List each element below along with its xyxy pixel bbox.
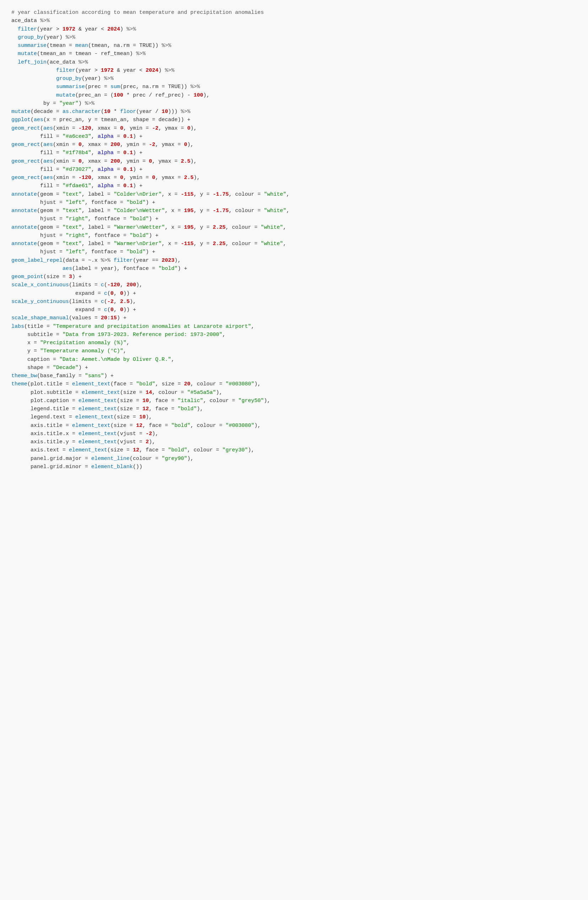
- code-line-2: filter(year > 1972 & year < 2024) %>%: [11, 25, 577, 33]
- code-line-50: axis.title = element_text(size = 12, fac…: [11, 422, 577, 430]
- code-line-11: by = "year") %>%: [11, 99, 577, 108]
- code-line-53: axis.text = element_text(size = 12, face…: [11, 446, 577, 454]
- code-line-23: hjust = "left", fontface = "bold") +: [11, 199, 577, 207]
- code-line-25: hjust = "right", fontface = "bold") +: [11, 215, 577, 223]
- code-line-comment: # year classification according to mean …: [11, 9, 577, 17]
- code-line-38: labs(title = "Temperature and precipitat…: [11, 323, 577, 331]
- code-line-31: aes(label = year), fontface = "bold") +: [11, 265, 577, 273]
- code-line-14: geom_rect(aes(xmin = -120, xmax = 0, ymi…: [11, 124, 577, 132]
- code-line-9: summarise(prec = sum(prec, na.rm = TRUE)…: [11, 83, 577, 91]
- code-line-43: shape = "Decade") +: [11, 364, 577, 372]
- code-line-20: geom_rect(aes(xmin = -120, xmax = 0, ymi…: [11, 174, 577, 182]
- code-line-12: mutate(decade = as.character(10 * floor(…: [11, 108, 577, 116]
- code-line-46: plot.subtitle = element_text(size = 14, …: [11, 389, 577, 397]
- code-line-55: panel.grid.minor = element_blank()): [11, 463, 577, 471]
- code-line-49: legend.text = element_text(size = 10),: [11, 413, 577, 421]
- code-line-32: geom_point(size = 3) +: [11, 273, 577, 281]
- code-line-22: annotate(geom = "text", label = "Colder\…: [11, 190, 577, 199]
- code-line-15: fill = "#a6cee3", alpha = 0.1) +: [11, 132, 577, 141]
- code-line-24: annotate(geom = "text", label = "Colder\…: [11, 207, 577, 215]
- code-line-8: group_by(year) %>%: [11, 74, 577, 83]
- code-line-40: x = "Precipitation anomaly (%)",: [11, 339, 577, 347]
- code-line-7: filter(year > 1972 & year < 2024) %>%: [11, 67, 577, 74]
- code-line-54: panel.grid.major = element_line(colour =…: [11, 455, 577, 463]
- code-line-17: fill = "#1f78b4", alpha = 0.1) +: [11, 149, 577, 157]
- code-line-1: ace_data %>%: [11, 17, 577, 25]
- code-line-10: mutate(prec_an = (100 * prec / ref_prec)…: [11, 91, 577, 99]
- code-line-6: left_join(ace_data %>%: [11, 58, 577, 67]
- code-line-26: annotate(geom = "text", label = "Warmer\…: [11, 223, 577, 231]
- code-line-16: geom_rect(aes(xmin = 0, xmax = 200, ymin…: [11, 141, 577, 149]
- code-line-29: hjust = "left", fontface = "bold") +: [11, 248, 577, 256]
- code-line-13: ggplot(aes(x = prec_an, y = tmean_an, sh…: [11, 116, 577, 124]
- code-line-21: fill = "#fdae61", alpha = 0.1) +: [11, 182, 577, 190]
- code-line-48: legend.title = element_text(size = 12, f…: [11, 405, 577, 413]
- code-line-47: plot.caption = element_text(size = 10, f…: [11, 397, 577, 405]
- code-line-27: hjust = "right", fontface = "bold") +: [11, 231, 577, 240]
- code-line-3: group_by(year) %>%: [11, 33, 577, 42]
- code-line-34: expand = c(0, 0)) +: [11, 289, 577, 298]
- code-line-52: axis.title.y = element_text(vjust = 2),: [11, 438, 577, 446]
- code-line-36: expand = c(0, 0)) +: [11, 306, 577, 314]
- code-editor: # year classification according to mean …: [11, 9, 577, 471]
- code-line-44: theme_bw(base_family = "sans") +: [11, 372, 577, 380]
- code-line-19: fill = "#d73027", alpha = 0.1) +: [11, 166, 577, 174]
- code-line-30: geom_label_repel(data = ~.x %>% filter(y…: [11, 256, 577, 265]
- code-line-42: caption = "Data: Aemet.\nMade by Oliver …: [11, 355, 577, 364]
- code-line-45: theme(plot.title = element_text(face = "…: [11, 380, 577, 388]
- code-line-28: annotate(geom = "text", label = "Warmer\…: [11, 240, 577, 248]
- code-line-18: geom_rect(aes(xmin = 0, xmax = 200, ymin…: [11, 157, 577, 166]
- code-line-4: summarise(tmean = mean(tmean, na.rm = TR…: [11, 42, 577, 50]
- code-line-51: axis.title.x = element_text(vjust = -2),: [11, 430, 577, 438]
- code-line-39: subtitle = "Data from 1973-2023. Referen…: [11, 331, 577, 339]
- code-line-41: y = "Temperature anomaly (°C)",: [11, 347, 577, 355]
- code-line-35: scale_y_continuous(limits = c(-2, 2.5),: [11, 298, 577, 306]
- code-line-5: mutate(tmean_an = tmean - ref_tmean) %>%: [11, 50, 577, 58]
- code-line-33: scale_x_continuous(limits = c(-120, 200)…: [11, 281, 577, 289]
- code-line-37: scale_shape_manual(values = 20:15) +: [11, 314, 577, 322]
